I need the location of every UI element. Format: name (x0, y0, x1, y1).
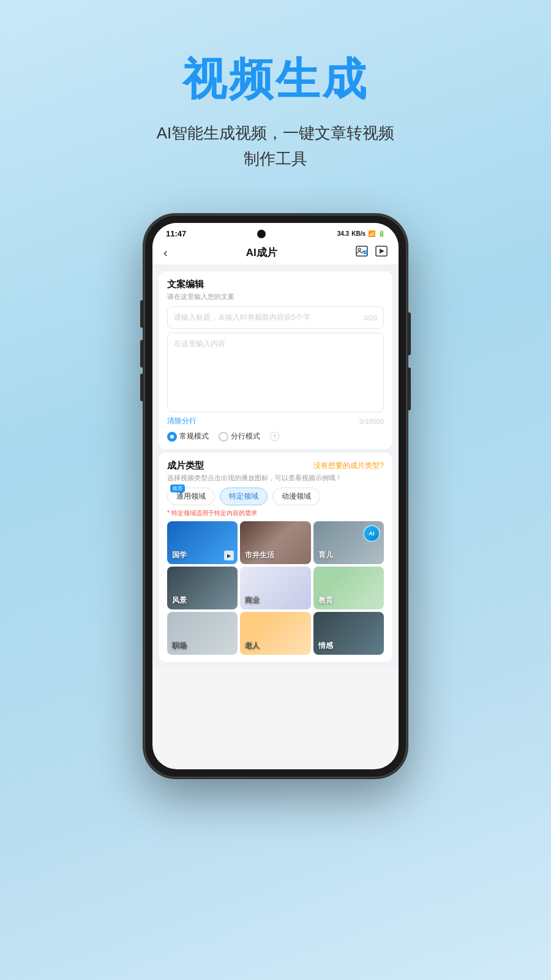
svg-point-1 (358, 248, 361, 251)
back-button[interactable]: ‹ (163, 246, 168, 260)
nav-title: AI成片 (246, 246, 277, 260)
tab-anime[interactable]: 动漫领域 (272, 488, 320, 505)
mode1-radio[interactable] (167, 432, 177, 442)
video-cell-guoxue[interactable]: 国学 ▶ (167, 521, 238, 564)
video-label-guoxue: 国学 (172, 550, 187, 560)
status-icons: 34.3 KB/s 📶 🔋 (337, 230, 385, 237)
tab-general[interactable]: 推荐 通用领域 (167, 488, 215, 505)
video-cell-qinggan[interactable]: 情感 (313, 612, 384, 655)
phone-mockup: 11:47 34.3 KB/s 📶 🔋 ‹ AI成片 (144, 214, 407, 778)
input-footer: 清除分行 0/10000 (167, 416, 384, 426)
phone-frame: 11:47 34.3 KB/s 📶 🔋 ‹ AI成片 (144, 214, 407, 778)
mode2-label: 分行模式 (231, 431, 260, 442)
status-bar: 11:47 34.3 KB/s 📶 🔋 (152, 223, 399, 241)
content-area: 文案编辑 请在这里输入您的文案 请输入标题，未输入时将截取内容前5个字 0/20… (152, 265, 399, 668)
video-label-shangye: 商业 (245, 595, 260, 606)
video-cell-fengjing[interactable]: 风景 (167, 567, 238, 609)
video-grid: 国学 ▶ 市井生活 育儿 AI (167, 521, 384, 655)
copywriting-section: 文案编辑 请在这里输入您的文案 请输入标题，未输入时将截取内容前5个字 0/20… (159, 271, 392, 449)
mode-row: 常规模式 分行模式 ? (167, 431, 384, 442)
nav-actions (356, 246, 388, 260)
page-title: 视频生成 (157, 55, 395, 104)
play-btn-guoxue[interactable]: ▶ (224, 551, 234, 560)
video-cell-shijing[interactable]: 市井生活 (240, 521, 310, 564)
page-subtitle: AI智能生成视频，一键文章转视频 制作工具 (157, 121, 395, 172)
video-label-jiaoyu: 教育 (318, 595, 333, 606)
total-char-count: 0/10000 (359, 418, 384, 425)
help-icon[interactable]: ? (270, 432, 279, 441)
content-placeholder: 在这里输入内容 (174, 339, 225, 348)
recommend-badge: 推荐 (170, 484, 185, 492)
mode2-item[interactable]: 分行模式 (219, 431, 260, 442)
ai-badge-yuer: AI (363, 525, 380, 542)
mode1-label: 常规模式 (179, 431, 209, 442)
page-header: 视频生成 AI智能生成视频，一键文章转视频 制作工具 (157, 55, 395, 172)
type-link[interactable]: 没有想要的成片类型? (313, 461, 384, 471)
mode2-radio[interactable] (219, 432, 228, 442)
play-icon[interactable] (375, 246, 388, 260)
video-label-fengjing: 风景 (172, 595, 187, 606)
copywriting-title: 文案编辑 (167, 279, 384, 290)
video-label-zhichang: 职场 (172, 641, 187, 651)
video-cell-jiaoyu[interactable]: 教育 (313, 567, 384, 609)
gallery-icon[interactable] (356, 246, 368, 260)
clip-type-section: 成片类型 没有想要的成片类型? 选择视频类型点击出现的播放图标，可以查看视频示例… (159, 453, 392, 662)
status-time: 11:47 (166, 229, 186, 238)
phone-screen: 11:47 34.3 KB/s 📶 🔋 ‹ AI成片 (152, 223, 399, 769)
copywriting-subtitle: 请在这里输入您的文案 (167, 292, 384, 301)
content-input[interactable]: 在这里输入内容 (167, 333, 384, 412)
video-label-laoren: 老人 (245, 641, 260, 651)
mode1-item[interactable]: 常规模式 (167, 431, 209, 442)
nav-bar: ‹ AI成片 (152, 241, 399, 265)
clear-button[interactable]: 清除分行 (167, 416, 197, 426)
type-header: 成片类型 没有想要的成片类型? (167, 460, 384, 472)
title-placeholder: 请输入标题，未输入时将截取内容前5个字 (174, 312, 310, 323)
title-input[interactable]: 请输入标题，未输入时将截取内容前5个字 0/20 (167, 306, 384, 329)
tab-specific[interactable]: 特定领域 (220, 488, 268, 505)
video-cell-shangye[interactable]: 商业 (240, 567, 310, 609)
video-label-yuer: 育儿 (318, 550, 333, 560)
type-note: * 特定领域适用于特定内容的需求 (167, 509, 384, 518)
camera-notch (257, 230, 266, 238)
video-cell-yuer[interactable]: 育儿 AI (313, 521, 384, 564)
type-title: 成片类型 (167, 460, 204, 472)
video-label-shijing: 市井生活 (245, 550, 274, 560)
video-cell-laoren[interactable]: 老人 (240, 612, 310, 655)
type-hint: 选择视频类型点击出现的播放图标，可以查看视频示例哦！ (167, 473, 384, 483)
video-label-qinggan: 情感 (318, 641, 333, 651)
tab-row: 推荐 通用领域 特定领域 动漫领域 (167, 488, 384, 505)
video-cell-zhichang[interactable]: 职场 (167, 612, 238, 655)
title-char-count: 0/20 (364, 314, 377, 322)
